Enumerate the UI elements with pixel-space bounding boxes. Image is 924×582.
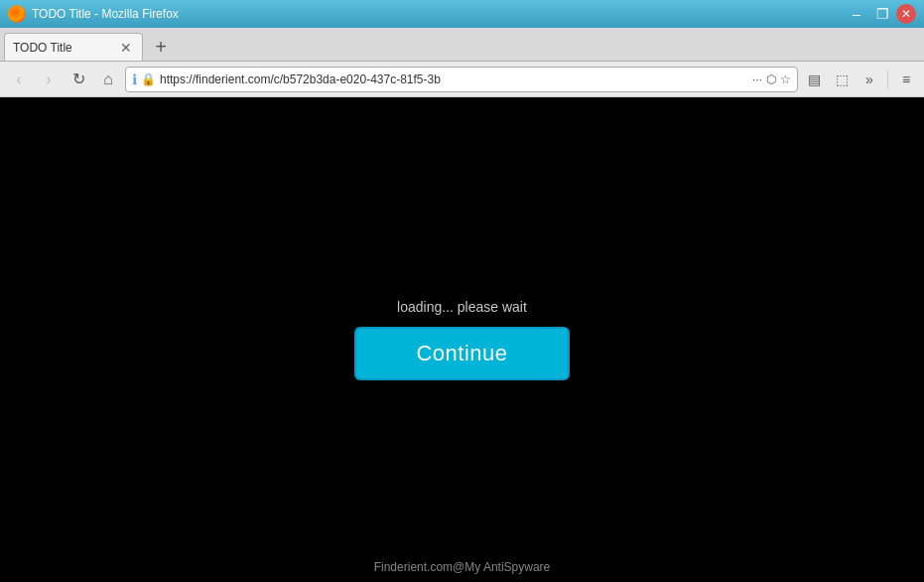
- url-text: https://finderient.com/c/b572b3da-e020-4…: [160, 73, 748, 86]
- forward-button[interactable]: ›: [36, 67, 62, 92]
- title-bar: TODO Title - Mozilla Firefox – ❐ ✕: [0, 0, 924, 28]
- continue-button[interactable]: Continue: [354, 327, 569, 380]
- nav-right-icons: ▤ ⬚ » ≡: [802, 68, 918, 91]
- tab-bar: TODO Title ✕ +: [0, 28, 924, 62]
- tab-close-button[interactable]: ✕: [118, 40, 134, 56]
- separator: [887, 70, 888, 89]
- page-content: loading... please wait Continue Finderie…: [0, 97, 924, 582]
- new-tab-button[interactable]: +: [147, 33, 175, 61]
- title-bar-controls: – ❐ ✕: [845, 4, 916, 24]
- minimize-button[interactable]: –: [845, 4, 868, 24]
- close-button[interactable]: ✕: [896, 4, 916, 24]
- home-button[interactable]: ⌂: [95, 67, 121, 92]
- maximize-button[interactable]: ❐: [870, 4, 894, 24]
- title-bar-left: TODO Title - Mozilla Firefox: [8, 5, 179, 23]
- tab-label: TODO Title: [13, 41, 112, 55]
- footer-text: Finderient.com@My AntiSpyware: [374, 560, 551, 574]
- reload-button[interactable]: ↻: [66, 67, 91, 92]
- menu-button[interactable]: ≡: [894, 68, 918, 91]
- lock-icon: 🔒: [141, 73, 156, 86]
- more-options-icon[interactable]: ···: [752, 73, 762, 86]
- overflow-button[interactable]: »: [858, 68, 881, 91]
- active-tab[interactable]: TODO Title ✕: [4, 33, 143, 61]
- address-bar[interactable]: ℹ 🔒 https://finderient.com/c/b572b3da-e0…: [125, 67, 798, 92]
- firefox-logo-icon: [8, 5, 26, 23]
- bookmark-star-icon[interactable]: ☆: [780, 73, 791, 86]
- info-icon: ℹ: [132, 72, 137, 87]
- loading-text: loading... please wait: [397, 299, 527, 315]
- title-bar-title: TODO Title - Mozilla Firefox: [32, 7, 179, 21]
- pocket-icon[interactable]: ⬡: [766, 73, 776, 86]
- library-button[interactable]: ▤: [802, 68, 826, 91]
- nav-bar: ‹ › ↻ ⌂ ℹ 🔒 https://finderient.com/c/b57…: [0, 62, 924, 97]
- synced-tabs-button[interactable]: ⬚: [830, 68, 854, 91]
- back-button[interactable]: ‹: [6, 67, 32, 92]
